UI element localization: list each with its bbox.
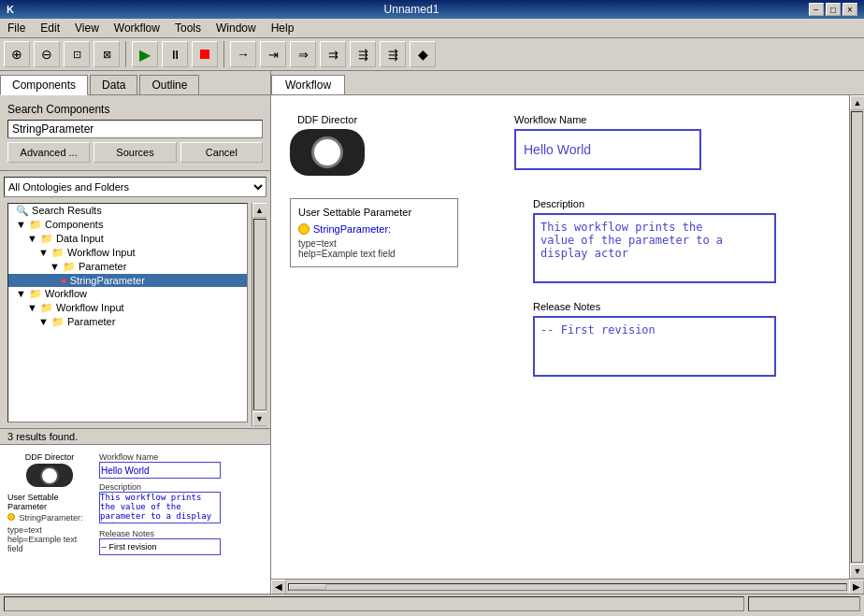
wfinput-folder-icon: 📁 — [51, 247, 65, 258]
folder-icon-param: ▼ — [50, 261, 60, 272]
zoom-out-button[interactable]: ⊖ — [34, 41, 60, 67]
preview-release-input[interactable] — [99, 538, 221, 555]
right-scroll-up[interactable]: ▲ — [850, 95, 864, 110]
us-dot — [298, 223, 310, 235]
forward4-button[interactable]: ⇶ — [380, 41, 406, 67]
folder-icon-wfinput2: ▼ — [27, 302, 37, 313]
release-textarea[interactable]: -- First revision — [533, 316, 776, 377]
close-button[interactable]: × — [842, 3, 857, 16]
preview-param-area: User Settable Parameter StringParameter:… — [7, 493, 92, 553]
tree-components[interactable]: ▼ 📁 Components — [8, 218, 247, 232]
forward2-button[interactable]: ⇉ — [320, 41, 346, 67]
menu-tools[interactable]: Tools — [171, 21, 205, 36]
status-field — [4, 596, 744, 611]
release-area: Release Notes -- First revision — [533, 301, 776, 380]
tree-workflow[interactable]: ▼ 📁 Workflow — [8, 287, 247, 301]
preview-wf-name-input[interactable] — [99, 462, 221, 479]
workflow-canvas[interactable]: DDF Director Workflow Name User Settable… — [271, 95, 849, 579]
description-textarea[interactable]: This workflow prints the value of the pa… — [533, 213, 776, 283]
folder-icon-workflow: ▼ — [16, 288, 26, 299]
h-scrollbar[interactable]: ◀ ▶ — [271, 579, 864, 594]
tree-scroll-track[interactable] — [253, 219, 266, 410]
search-btn-row: Advanced ... Sources Cancel — [7, 142, 263, 163]
tab-workflow[interactable]: Workflow — [271, 75, 345, 94]
tree-string-parameter[interactable]: ● StringParameter — [8, 274, 247, 287]
tree-parameter2[interactable]: ▼ 📁 Parameter — [8, 315, 247, 329]
right-scroll-down[interactable]: ▼ — [850, 564, 864, 579]
h-scroll-thumb[interactable] — [289, 584, 326, 590]
results-count: 3 results found. — [0, 428, 270, 444]
param-folder-icon: 📁 — [63, 261, 76, 272]
preview-area: DDF Director User Settable Parameter Str… — [0, 444, 270, 594]
tree-workflow-input[interactable]: ▼ 📁 Workflow Input — [8, 246, 247, 260]
user-settable-box: User Settable Parameter StringParameter:… — [290, 198, 458, 267]
right-scroll-track[interactable] — [851, 111, 863, 563]
app-icon: K — [7, 4, 14, 15]
tree-data-input[interactable]: ▼ 📁 Data Input — [8, 232, 247, 246]
folder-icon-wfinput: ▼ — [38, 247, 49, 258]
canvas-row-1: DDF Director Workflow Name — [290, 114, 830, 179]
us-title: User Settable Parameter — [298, 207, 450, 218]
maximize-button[interactable]: □ — [826, 3, 841, 16]
workflow-folder-icon: 📁 — [29, 288, 42, 299]
preview-right: Workflow Name Description This workflow … — [99, 452, 263, 559]
zoom-reset-button[interactable]: ⊠ — [94, 41, 120, 67]
diamond-button[interactable]: ◆ — [410, 41, 436, 67]
fit-page-button[interactable]: ⊡ — [64, 41, 90, 67]
menu-file[interactable]: File — [4, 21, 29, 36]
menu-edit[interactable]: Edit — [36, 21, 64, 36]
tree-container: 🔍 Search Results ▼ 📁 Components ▼ 📁 Data… — [4, 203, 266, 426]
menu-help[interactable]: Help — [267, 21, 298, 36]
tree-workflow-input2[interactable]: ▼ 📁 Workflow Input — [8, 301, 247, 315]
workflow-name-input[interactable] — [514, 129, 701, 170]
zoom-in-button[interactable]: ⊕ — [4, 41, 30, 67]
title-bar-center: Unnamed1 — [14, 3, 809, 16]
h-scroll-track[interactable] — [288, 583, 847, 591]
datainput-folder-icon: 📁 — [40, 233, 53, 244]
menu-view[interactable]: View — [71, 21, 103, 36]
advanced-button[interactable]: Advanced ... — [7, 142, 90, 163]
tree-scroll-down[interactable]: ▼ — [252, 411, 267, 426]
minimize-button[interactable]: − — [809, 3, 824, 16]
ontology-select[interactable]: All Ontologies and Folders — [4, 177, 266, 197]
ddf-director-box: DDF Director — [290, 114, 365, 179]
tree-search-results[interactable]: 🔍 Search Results — [8, 204, 247, 218]
skip-forward-button[interactable]: ⇥ — [260, 41, 286, 67]
menu-window[interactable]: Window — [212, 21, 260, 36]
menu-workflow[interactable]: Workflow — [110, 21, 164, 36]
tab-outline[interactable]: Outline — [139, 75, 199, 94]
preview-desc-textarea[interactable]: This workflow prints the value of the pa… — [99, 492, 221, 523]
sources-button[interactable]: Sources — [94, 142, 176, 163]
preview-us-label: User Settable Parameter — [7, 493, 92, 511]
us-param-name: StringParameter: — [313, 223, 391, 235]
toolbar-separator-2 — [223, 41, 224, 67]
right-vscrollbar[interactable]: ▲ ▼ — [849, 95, 864, 579]
run-button[interactable]: ▶ — [132, 41, 158, 67]
search-label: Search Components — [7, 103, 263, 116]
search-input[interactable] — [7, 120, 263, 138]
left-panel: Components Data Outline Search Component… — [0, 71, 271, 594]
pause-button[interactable]: ⏸ — [162, 41, 188, 67]
step-forward-button[interactable]: → — [230, 41, 256, 67]
forward3-button[interactable]: ⇶ — [350, 41, 376, 67]
tab-data[interactable]: Data — [90, 75, 137, 94]
cancel-button[interactable]: Cancel — [180, 142, 263, 163]
h-scroll-left[interactable]: ◀ — [271, 580, 286, 595]
tree-vscrollbar[interactable]: ▲ ▼ — [252, 203, 266, 426]
tab-components[interactable]: Components — [0, 75, 88, 95]
tree-scroll-up[interactable]: ▲ — [252, 203, 267, 218]
us-type: type=text — [298, 238, 450, 249]
preview-wf-name-label: Workflow Name — [99, 452, 263, 462]
main-area: Components Data Outline Search Component… — [0, 71, 864, 594]
preview-director-icon — [26, 464, 73, 487]
preview-type: type=text — [7, 525, 92, 535]
workflow-name-label: Workflow Name — [514, 114, 701, 125]
stop-button[interactable]: ⏹ — [192, 41, 218, 67]
title-bar-right: − □ × — [809, 3, 861, 16]
folder-icon-components: ▼ — [16, 219, 26, 230]
tree-parameter[interactable]: ▼ 📁 Parameter — [8, 260, 247, 274]
preview-wf-name-field: Workflow Name — [99, 452, 263, 479]
fast-forward-button[interactable]: ⇒ — [290, 41, 316, 67]
preview-param-text: StringParameter: — [7, 513, 92, 523]
h-scroll-right[interactable]: ▶ — [849, 580, 864, 595]
